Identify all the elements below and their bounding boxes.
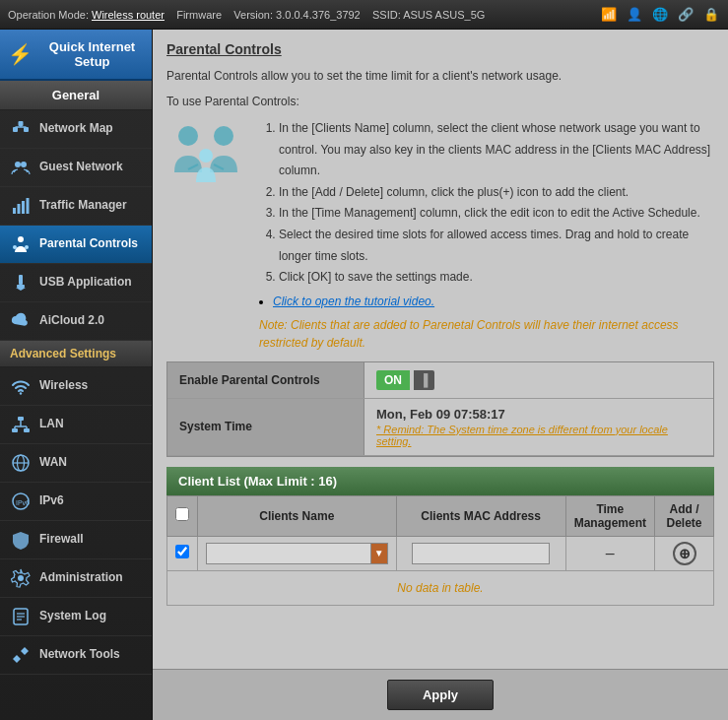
system-time-value: Mon, Feb 09 07:58:17 * Remind: The Syste…: [364, 399, 713, 455]
traffic-manager-icon: [10, 195, 32, 217]
ipv6-label: IPv6: [39, 493, 64, 509]
svg-rect-15: [19, 275, 23, 285]
intro-text-1: Parental Controls allow you to set the t…: [166, 67, 714, 85]
client-table: Clients Name Clients MAC Address Time Ma…: [166, 495, 714, 606]
sidebar-item-wireless[interactable]: Wireless: [0, 367, 152, 406]
quick-setup-label: Quick Internet Setup: [40, 39, 144, 69]
apply-button[interactable]: Apply: [387, 680, 494, 710]
intro-text-2: To use Parental Controls:: [166, 93, 714, 110]
topbar: Operation Mode: Wireless router Firmware…: [0, 0, 728, 30]
svg-point-13: [13, 245, 17, 249]
quick-setup-button[interactable]: ⚡ Quick Internet Setup: [0, 30, 152, 81]
topbar-icons: 📶 👤 🌐 🔗 🔒: [600, 6, 720, 24]
client-list-header: Client List (Max Limit : 16): [166, 467, 714, 495]
wan-icon: [10, 452, 32, 474]
sidebar-item-firewall[interactable]: Firewall: [0, 521, 152, 559]
sidebar-item-aicloud[interactable]: AiCloud 2.0: [0, 302, 152, 341]
sidebar-item-usb-application[interactable]: USB Application: [0, 264, 152, 302]
general-section-header: General: [0, 81, 152, 110]
firmware-label: Firmware: [176, 9, 222, 21]
wireless-label: Wireless: [39, 378, 88, 394]
note-text: Note: Clients that are added to Pareneta…: [259, 316, 714, 352]
ssid-value: ASUS ASUS_5G: [403, 9, 485, 21]
instruction-5: Click [OK] to save the settings made.: [279, 267, 714, 289]
guest-network-icon: [10, 157, 32, 178]
svg-rect-19: [12, 428, 18, 432]
topbar-info: Operation Mode: Wireless router Firmware…: [8, 9, 485, 21]
ssid-label: SSID:: [372, 9, 401, 21]
instruction-2: In the [Add / Delete] column, click the …: [279, 182, 714, 204]
connection-icon[interactable]: 🔗: [677, 6, 695, 24]
lock-icon[interactable]: 🔒: [702, 6, 720, 24]
content-inner: Parental Controls Parental Controls allo…: [153, 30, 728, 669]
add-client-button[interactable]: ⊕: [673, 542, 696, 565]
client-name-dropdown-arrow[interactable]: ▼: [370, 543, 388, 564]
aicloud-icon: [10, 310, 32, 332]
input-row-checkbox: [167, 536, 198, 570]
sidebar-item-lan[interactable]: LAN: [0, 406, 152, 444]
page-title: Parental Controls: [166, 41, 714, 57]
svg-rect-10: [22, 201, 25, 214]
instruction-4: Select the desired time slots for allowe…: [279, 225, 714, 267]
version-value: 3.0.0.4.376_3792: [276, 9, 361, 21]
network-icon[interactable]: 🌐: [651, 6, 669, 24]
svg-point-35: [178, 126, 198, 146]
system-log-icon: [10, 606, 32, 627]
input-row: ▼ – ⊕: [167, 536, 714, 570]
toggle-off-button[interactable]: ▐: [414, 370, 434, 390]
svg-point-36: [214, 126, 233, 146]
svg-rect-11: [27, 198, 30, 214]
input-row-time: –: [565, 536, 654, 570]
svg-point-6: [15, 162, 21, 167]
user-icon[interactable]: 👤: [626, 6, 643, 24]
svg-point-30: [18, 575, 24, 581]
traffic-manager-label: Traffic Manager: [39, 198, 127, 214]
svg-rect-20: [24, 428, 30, 432]
system-time-remind[interactable]: * Remind: The System time zone is differ…: [376, 424, 701, 447]
guest-network-label: Guest Network: [39, 160, 123, 175]
version-label: Version:: [233, 9, 273, 21]
svg-point-14: [25, 245, 29, 249]
main-layout: ⚡ Quick Internet Setup General Network M…: [0, 30, 728, 720]
system-time-label: System Time: [167, 399, 364, 455]
enable-parental-row: Enable Parental Controls ON ▐: [167, 362, 713, 399]
bolt-icon: ⚡: [8, 42, 33, 66]
svg-point-7: [21, 162, 27, 167]
no-data-row: No data in table.: [167, 570, 714, 605]
sidebar-item-administration[interactable]: Administration: [0, 559, 152, 598]
svg-point-37: [199, 149, 213, 163]
sidebar: ⚡ Quick Internet Setup General Network M…: [0, 30, 153, 720]
toggle-container: ON ▐: [376, 370, 434, 390]
toggle-on[interactable]: ON: [376, 370, 410, 390]
sidebar-item-traffic-manager[interactable]: Traffic Manager: [0, 187, 152, 226]
sidebar-item-network-map[interactable]: Network Map: [0, 110, 152, 149]
usb-application-icon: [10, 272, 32, 294]
input-row-add: ⊕: [655, 536, 714, 570]
tutorial-link[interactable]: Click to open the tutorial video.: [273, 295, 434, 308]
select-all-checkbox[interactable]: [175, 507, 189, 521]
sidebar-item-parental-controls[interactable]: Parental Controls: [0, 226, 152, 264]
apply-row: Apply: [153, 669, 728, 720]
sidebar-item-wan[interactable]: WAN: [0, 444, 152, 483]
sidebar-item-guest-network[interactable]: Guest Network: [0, 149, 152, 187]
sidebar-item-system-log[interactable]: System Log: [0, 598, 152, 636]
sidebar-item-ipv6[interactable]: IPv6 IPv6: [0, 483, 152, 521]
system-time-main: Mon, Feb 09 07:58:17: [376, 407, 505, 422]
client-name-input[interactable]: [206, 543, 370, 564]
network-map-label: Network Map: [39, 121, 113, 137]
svg-text:IPv6: IPv6: [16, 499, 30, 506]
sidebar-item-network-tools[interactable]: Network Tools: [0, 636, 152, 675]
lan-label: LAN: [39, 417, 64, 432]
input-row-mac: [396, 536, 565, 570]
svg-rect-18: [18, 417, 24, 421]
no-data-cell: No data in table.: [167, 570, 714, 605]
mac-address-input[interactable]: [412, 543, 550, 564]
advanced-settings-header: Advanced Settings: [0, 341, 152, 367]
content-area: Parental Controls Parental Controls allo…: [153, 30, 728, 720]
signal-icon[interactable]: 📶: [600, 6, 618, 24]
parental-controls-label: Parental Controls: [39, 236, 138, 252]
col-checkbox: [167, 495, 198, 536]
network-tools-label: Network Tools: [39, 647, 120, 663]
operation-mode-label: Operation Mode:: [8, 9, 89, 21]
row-checkbox[interactable]: [175, 545, 189, 558]
